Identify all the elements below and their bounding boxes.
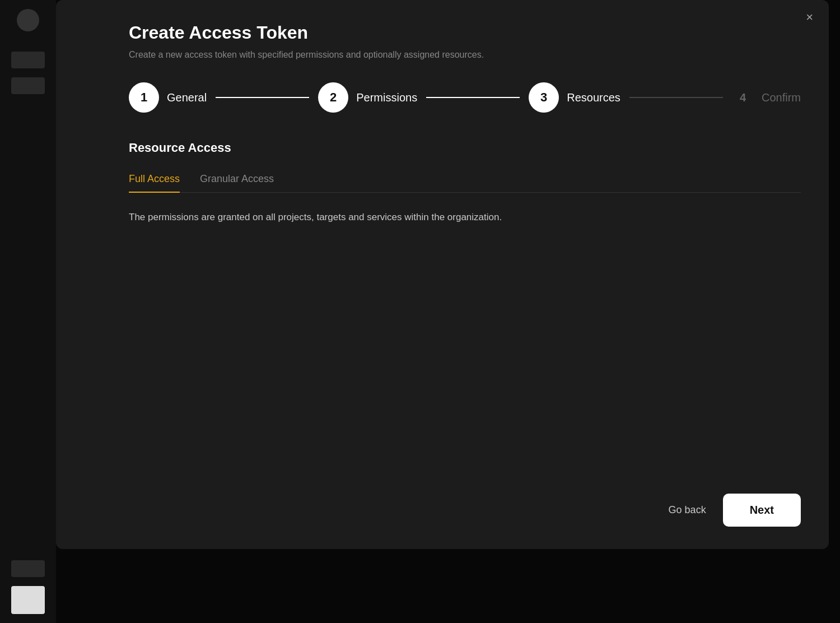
step-line-3 bbox=[629, 97, 723, 98]
stepper: 1 General 2 Permissions 3 bbox=[129, 82, 801, 113]
step-3-label: Resources bbox=[567, 91, 620, 104]
modal-box: × Create Access Token Create a new acces… bbox=[56, 0, 829, 549]
step-line-1 bbox=[216, 97, 309, 98]
step-2: 2 Permissions bbox=[318, 82, 417, 113]
resource-access-tab-bar: Full Access Granular Access bbox=[129, 166, 801, 193]
sidebar-nav-item-white bbox=[11, 586, 45, 614]
modal-subtitle: Create a new access token with specified… bbox=[129, 50, 801, 60]
step-3: 3 Resources bbox=[529, 82, 620, 113]
sidebar-nav-item-2 bbox=[11, 77, 45, 94]
sidebar bbox=[0, 0, 56, 623]
step-1: 1 General bbox=[129, 82, 207, 113]
tab-granular-access[interactable]: Granular Access bbox=[200, 166, 274, 193]
close-button[interactable]: × bbox=[806, 11, 813, 24]
step-1-label: General bbox=[167, 91, 207, 104]
step-1-number: 1 bbox=[141, 90, 147, 105]
step-line-2 bbox=[426, 97, 520, 98]
step-2-label: Permissions bbox=[356, 91, 417, 104]
sidebar-nav-item-1 bbox=[11, 52, 45, 68]
step-4: 4 Confirm bbox=[732, 91, 801, 104]
step-2-number: 2 bbox=[330, 90, 337, 105]
step-1-circle: 1 bbox=[129, 82, 159, 113]
main-area: × Create Access Token Create a new acces… bbox=[56, 0, 840, 623]
go-back-button[interactable]: Go back bbox=[669, 504, 706, 516]
modal-wrapper: × Create Access Token Create a new acces… bbox=[56, 0, 840, 623]
resource-access-section: Resource Access Full Access Granular Acc… bbox=[129, 141, 801, 225]
modal-title: Create Access Token bbox=[129, 22, 801, 43]
step-2-circle: 2 bbox=[318, 82, 348, 113]
modal-footer: Go back Next bbox=[669, 494, 801, 527]
tab-full-access[interactable]: Full Access bbox=[129, 166, 180, 193]
step-3-number: 3 bbox=[540, 90, 547, 105]
step-4-label: Confirm bbox=[762, 91, 801, 104]
resource-access-title: Resource Access bbox=[129, 141, 801, 155]
full-access-description: The permissions are granted on all proje… bbox=[129, 210, 801, 225]
step-3-circle: 3 bbox=[529, 82, 559, 113]
sidebar-nav-item-3 bbox=[11, 560, 45, 577]
sidebar-avatar bbox=[17, 9, 39, 31]
next-button[interactable]: Next bbox=[723, 494, 801, 527]
step-4-number: 4 bbox=[740, 91, 746, 104]
